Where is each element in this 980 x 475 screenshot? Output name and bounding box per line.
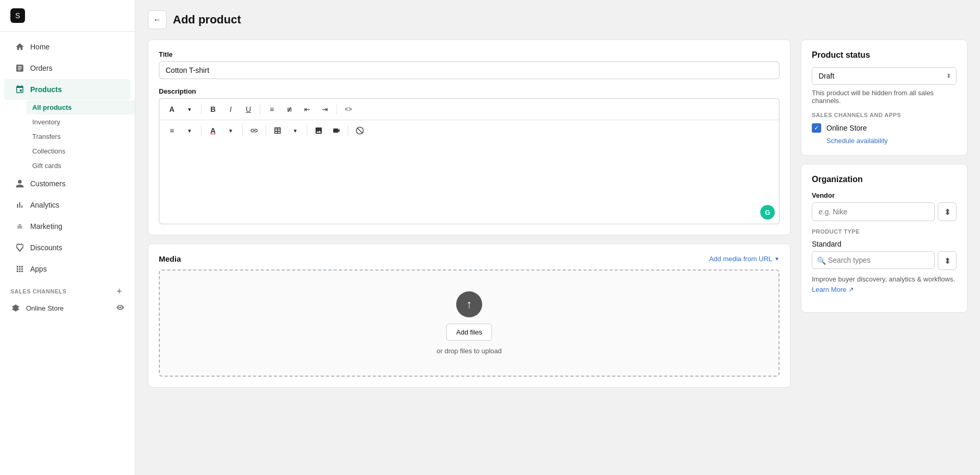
schedule-availability-link[interactable]: Schedule availability: [812, 137, 957, 145]
sidebar-item-orders[interactable]: Orders: [4, 58, 131, 79]
vendor-input-group: ⬍: [812, 202, 957, 221]
product-status-select[interactable]: Draft Active: [812, 67, 957, 85]
unordered-list-btn[interactable]: ≡: [263, 101, 280, 118]
toolbar-row-2: ≡ ▼ A ▼ ▼: [159, 120, 779, 141]
chevron-down-icon: ▼: [774, 256, 780, 262]
back-button[interactable]: ←: [148, 10, 167, 29]
media-drop-zone[interactable]: ↑ Add files or drop files to upload: [159, 269, 780, 377]
clear-format-btn[interactable]: [351, 122, 368, 139]
sidebar-logo: S: [0, 0, 135, 32]
add-sales-channel-button[interactable]: +: [114, 286, 124, 297]
status-description: This product will be hidden from all sal…: [812, 89, 957, 105]
product-type-label: PRODUCT TYPE: [812, 228, 957, 235]
page-header: ← Add product: [148, 10, 968, 29]
vendor-section: Vendor ⬍: [812, 191, 957, 221]
products-icon: [15, 84, 25, 95]
add-media-from-url-button[interactable]: Add media from URL ▼: [709, 255, 780, 263]
text-color-dropdown-btn[interactable]: ▼: [222, 122, 239, 139]
sales-channels-sublabel: SALES CHANNELS AND APPS: [812, 112, 957, 118]
upload-icon: ↑: [456, 291, 482, 317]
sidebar-item-collections[interactable]: Collections: [26, 144, 135, 158]
align-btn[interactable]: ≡: [164, 122, 180, 139]
right-sidebar: Product status Draft Active This product…: [801, 40, 968, 313]
sales-channels-label: SALES CHANNELS +: [0, 280, 135, 299]
indent-increase-btn[interactable]: ⇥: [317, 101, 333, 118]
link-btn[interactable]: [246, 122, 262, 139]
visibility-icon[interactable]: [116, 303, 124, 313]
status-select-wrapper: Draft Active: [812, 67, 957, 85]
sidebar-item-marketing[interactable]: Marketing: [4, 216, 131, 237]
orders-icon: [15, 63, 25, 73]
search-icon: 🔍: [817, 256, 826, 265]
product-type-section: PRODUCT TYPE Standard 🔍 ⬍ Improve buyer …: [812, 228, 957, 294]
sidebar-item-discounts[interactable]: Discounts: [4, 237, 131, 258]
page-title: Add product: [173, 13, 241, 27]
font-btn[interactable]: A: [164, 101, 180, 118]
table-btn[interactable]: [269, 122, 286, 139]
title-label: Title: [159, 50, 780, 58]
sidebar-item-inventory[interactable]: Inventory: [26, 115, 135, 129]
main-column: Title Description A ▼ B I U ≡ ≢: [148, 40, 790, 388]
logo-icon: S: [10, 8, 25, 23]
sidebar-item-all-products[interactable]: All products: [26, 100, 135, 114]
sidebar-item-customers[interactable]: Customers: [4, 173, 131, 194]
organization-title: Organization: [812, 175, 957, 184]
product-status-title: Product status: [812, 50, 957, 60]
home-icon: [15, 42, 25, 52]
customers-icon: [15, 178, 25, 189]
learn-more-link[interactable]: Learn More ↗: [812, 286, 854, 293]
italic-btn[interactable]: I: [222, 101, 239, 118]
sidebar-item-apps[interactable]: Apps: [4, 259, 131, 279]
apps-icon: [15, 264, 25, 274]
vendor-input[interactable]: [812, 202, 935, 221]
content-layout: Title Description A ▼ B I U ≡ ≢: [148, 40, 968, 388]
grammarly-icon[interactable]: G: [760, 205, 775, 220]
description-editor[interactable]: G: [159, 141, 780, 224]
svg-line-1: [357, 128, 362, 133]
sidebar: S Home Orders Products All products: [0, 0, 135, 475]
text-color-btn[interactable]: A: [205, 122, 221, 139]
rich-text-toolbar: A ▼ B I U ≡ ≢ ⇤ ⇥ <>: [159, 98, 780, 141]
sidebar-item-analytics[interactable]: Analytics: [4, 195, 131, 215]
vendor-stepper-button[interactable]: ⬍: [938, 202, 957, 221]
media-title: Media: [159, 254, 181, 263]
dropdown-btn-font[interactable]: ▼: [181, 101, 198, 118]
sidebar-item-transfers[interactable]: Transfers: [26, 130, 135, 144]
sidebar-item-products[interactable]: Products: [4, 79, 131, 100]
image-btn[interactable]: [310, 122, 327, 139]
vendor-label: Vendor: [812, 191, 957, 199]
sidebar-item-home[interactable]: Home: [4, 36, 131, 57]
online-store-label: Online Store: [826, 124, 867, 132]
product-type-standard: Standard: [812, 240, 957, 248]
drop-text: or drop files to upload: [436, 347, 501, 355]
store-icon: [10, 303, 21, 313]
description-label: Description: [159, 87, 780, 95]
search-types-input-group: 🔍 ⬍: [812, 251, 957, 270]
marketing-icon: [15, 221, 25, 232]
online-store-checkbox[interactable]: ✓: [812, 123, 821, 133]
product-type-note: Improve buyer discovery, analytics & wor…: [812, 274, 957, 294]
toolbar-row-1: A ▼ B I U ≡ ≢ ⇤ ⇥ <>: [159, 99, 779, 120]
media-header: Media Add media from URL ▼: [159, 254, 780, 263]
underline-btn[interactable]: U: [240, 101, 257, 118]
ordered-list-btn[interactable]: ≢: [281, 101, 298, 118]
main-content: ← Add product Title Description A ▼ B I: [135, 0, 980, 475]
sidebar-item-gift-cards[interactable]: Gift cards: [26, 159, 135, 173]
search-types-input[interactable]: [812, 251, 935, 269]
media-card: Media Add media from URL ▼ ↑ Add files o…: [148, 243, 790, 388]
back-arrow-icon: ←: [153, 15, 161, 24]
product-title-input[interactable]: [159, 61, 780, 79]
align-dropdown-btn[interactable]: ▼: [181, 122, 198, 139]
product-status-card: Product status Draft Active This product…: [801, 40, 968, 156]
table-dropdown-btn[interactable]: ▼: [287, 122, 304, 139]
video-btn[interactable]: [328, 122, 345, 139]
add-files-button[interactable]: Add files: [446, 324, 492, 341]
online-store-channel[interactable]: Online Store: [0, 299, 135, 317]
products-sub-nav: All products Inventory Transfers Collect…: [0, 100, 135, 173]
code-btn[interactable]: <>: [340, 101, 357, 118]
indent-decrease-btn[interactable]: ⇤: [299, 101, 316, 118]
analytics-icon: [15, 200, 25, 210]
product-type-stepper-button[interactable]: ⬍: [938, 251, 957, 270]
bold-btn[interactable]: B: [205, 101, 221, 118]
search-types-wrapper: 🔍: [812, 251, 935, 270]
